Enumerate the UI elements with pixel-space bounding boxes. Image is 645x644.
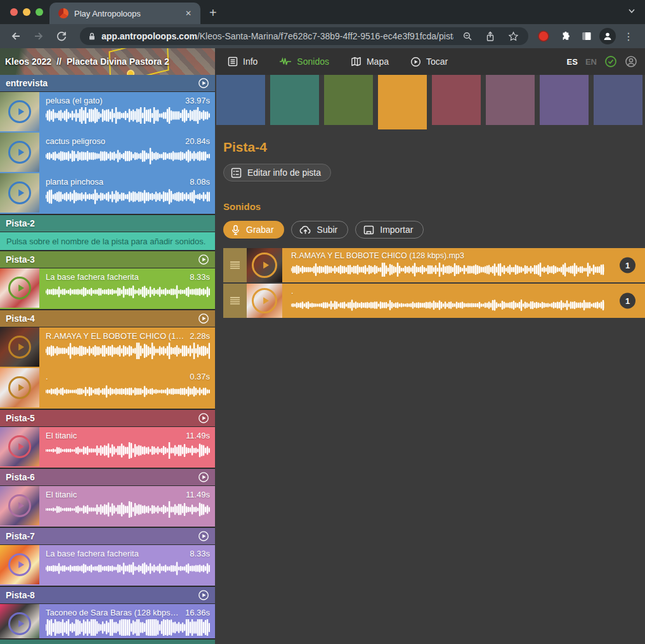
track-play-icon[interactable] [198, 589, 209, 601]
track-play-icon[interactable] [198, 77, 209, 89]
thumbnail-play-icon[interactable] [8, 435, 31, 458]
track-swatch-row [215, 75, 645, 129]
thumbnail-play-icon[interactable] [8, 553, 31, 576]
thumbnail-play-icon[interactable] [8, 100, 31, 123]
browser-tab[interactable]: Play Antropoloops ✕ [49, 3, 200, 24]
browser-menu-icon[interactable]: ⋮ [620, 27, 637, 45]
forward-icon[interactable] [28, 25, 49, 47]
reload-icon[interactable] [51, 25, 72, 47]
track-header[interactable]: Pista-3 [0, 251, 215, 268]
sound-thumbnail[interactable] [0, 427, 39, 466]
breadcrumb-project[interactable]: Kleos 2022 [5, 56, 51, 67]
import-button[interactable]: Importar [355, 221, 424, 239]
upload-button[interactable]: Subir [291, 221, 349, 239]
minimize-window-button[interactable] [23, 8, 30, 16]
sound-row[interactable]: cactus peligroso20.84s [0, 133, 215, 173]
side-panel-icon[interactable] [578, 27, 596, 45]
track-swatch-7[interactable] [540, 75, 589, 125]
sound-row[interactable]: La base fachera facherita8.33s [0, 268, 215, 309]
track-header[interactable]: Pista-5 [0, 410, 215, 426]
thumbnail-play-icon[interactable] [8, 494, 31, 517]
track-play-icon[interactable] [198, 471, 209, 483]
lang-en-button[interactable]: EN [585, 57, 597, 67]
url-text[interactable]: app.antropoloops.com/Kleos-Santa-Marina/… [101, 31, 453, 41]
sound-thumbnail[interactable] [247, 248, 282, 282]
thumbnail-play-icon[interactable] [8, 141, 31, 164]
address-bar[interactable]: app.antropoloops.com/Kleos-Santa-Marina/… [80, 27, 528, 45]
zoom-search-icon[interactable] [459, 27, 476, 45]
sound-thumbnail[interactable] [0, 486, 39, 525]
sound-row[interactable]: R.AMAYA Y EL BOBOTE CHICO (128 kbps)....… [0, 327, 215, 368]
record-button[interactable]: Grabar [223, 221, 284, 239]
tab-mapa[interactable]: Mapa [351, 56, 389, 67]
sound-thumbnail[interactable] [0, 173, 39, 213]
sound-row[interactable]: .0.37s [0, 368, 215, 409]
track-swatch-4[interactable] [378, 75, 427, 129]
sound-row[interactable]: La base fachera facherita8.33s [0, 545, 215, 586]
close-window-button[interactable] [10, 8, 18, 16]
sync-check-icon[interactable] [604, 55, 617, 68]
track-header[interactable]: Pista-7 [0, 528, 215, 544]
thumbnail-play-icon[interactable] [252, 253, 277, 278]
back-icon[interactable] [5, 25, 27, 47]
track-swatch-3[interactable] [324, 75, 373, 125]
sound-thumbnail[interactable] [0, 327, 39, 367]
bookmark-star-icon[interactable] [504, 27, 522, 45]
track-header[interactable]: Pista-4 [0, 310, 215, 327]
sound-thumbnail[interactable] [0, 268, 39, 308]
thumbnail-play-icon[interactable] [8, 181, 31, 204]
scene-photo-header[interactable]: Kleos 2022 // Placeta Divina Pastora 2 [0, 48, 215, 75]
sound-waveform [46, 148, 210, 164]
track-header[interactable]: entrevista [0, 75, 215, 91]
thumbnail-play-icon[interactable] [8, 336, 31, 358]
account-icon[interactable] [625, 55, 637, 68]
sound-row[interactable]: El titanic11.49s [0, 486, 215, 527]
track-header[interactable]: Pista-8 [0, 587, 215, 603]
edit-track-info-button[interactable]: Editar info de pista [223, 164, 331, 181]
breadcrumb[interactable]: Kleos 2022 // Placeta Divina Pastora 2 [5, 48, 169, 75]
sound-thumbnail[interactable] [0, 368, 39, 407]
lang-es-button[interactable]: ES [567, 57, 578, 67]
sound-row[interactable]: pelusa (el gato)33.97s [0, 92, 215, 133]
tab-info[interactable]: Info [228, 56, 257, 67]
tab-list-chevron-icon[interactable] [627, 6, 636, 15]
track-swatch-5[interactable] [432, 75, 481, 125]
track-play-icon[interactable] [198, 412, 209, 424]
thumbnail-play-icon[interactable] [252, 288, 277, 313]
fullscreen-window-button[interactable] [36, 8, 43, 16]
tab-sonidos[interactable]: Sonidos [279, 56, 329, 67]
sound-thumbnail[interactable] [0, 545, 39, 584]
tab-tocar[interactable]: Tocar [410, 56, 448, 67]
track-sound-row[interactable]: .1 [223, 284, 645, 318]
track-swatch-6[interactable] [486, 75, 535, 125]
sound-row[interactable]: planta pinchosa8.08s [0, 173, 215, 214]
track-header[interactable]: Pista-2 [0, 215, 215, 232]
sound-thumbnail[interactable] [0, 133, 39, 172]
track-play-icon[interactable] [198, 313, 209, 324]
track-swatch-1[interactable] [216, 75, 265, 125]
drag-handle[interactable] [223, 284, 247, 318]
sound-row[interactable]: Taconeo de Sara Baras (128 kbps).mp316.3… [0, 604, 215, 638]
thumbnail-play-icon[interactable] [8, 612, 31, 635]
track-swatch-8[interactable] [594, 75, 642, 125]
drag-handle[interactable] [223, 248, 247, 282]
sound-row[interactable]: El titanic11.49s [0, 427, 215, 468]
sound-waveform [46, 501, 210, 518]
extensions-puzzle-icon[interactable] [556, 27, 574, 45]
profile-avatar-icon[interactable] [599, 28, 616, 44]
new-tab-button[interactable]: + [200, 6, 226, 24]
track-play-icon[interactable] [198, 530, 209, 542]
sound-thumbnail[interactable] [0, 92, 39, 131]
tab-close-icon[interactable]: ✕ [183, 8, 194, 19]
thumbnail-play-icon[interactable] [8, 376, 31, 399]
track-sound-row[interactable]: R.AMAYA Y EL BOBOTE CHICO (128 kbps).mp3… [223, 248, 645, 282]
sidebar-track-Pista-8: Pista-8Taconeo de Sara Baras (128 kbps).… [0, 587, 215, 638]
sound-thumbnail[interactable] [247, 284, 282, 318]
track-swatch-2[interactable] [270, 75, 319, 125]
track-play-icon[interactable] [198, 254, 209, 265]
thumbnail-play-icon[interactable] [8, 277, 31, 299]
share-icon[interactable] [481, 27, 499, 45]
record-extension-icon[interactable] [535, 27, 552, 45]
track-header[interactable]: Pista-6 [0, 469, 215, 485]
sound-thumbnail[interactable] [0, 604, 39, 638]
